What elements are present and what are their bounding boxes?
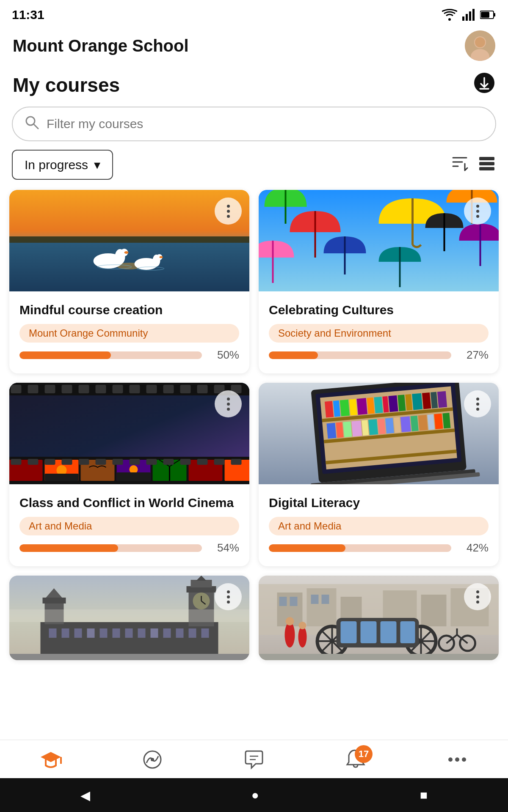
header: Mount Orange School (0, 26, 508, 68)
progress-row-4: 42% (269, 541, 489, 554)
android-back-button[interactable]: ◀ (80, 788, 90, 803)
course-menu-button-3[interactable] (215, 390, 242, 417)
svg-point-32 (160, 256, 163, 258)
android-nav-bar: ◀ ● ■ (0, 778, 508, 812)
course-body-4: Digital Literacy Art and Media 42% (259, 484, 499, 566)
course-card-3[interactable]: Class and Conflict in World Cinema Art a… (9, 383, 249, 566)
svg-rect-165 (322, 595, 329, 604)
sort-icon-button[interactable] (450, 154, 469, 176)
svg-rect-139 (176, 628, 184, 638)
svg-rect-103 (388, 395, 398, 412)
svg-rect-137 (151, 628, 158, 638)
course-menu-button-1[interactable] (215, 198, 242, 225)
svg-rect-99 (357, 398, 367, 415)
course-tag-3[interactable]: Art and Media (19, 517, 239, 535)
course-tag-1[interactable]: Mount Orange Community (19, 324, 239, 343)
download-icon (473, 72, 495, 94)
course-tag-2[interactable]: Society and Environment (269, 324, 489, 343)
svg-rect-81 (130, 459, 140, 465)
svg-rect-58 (197, 385, 208, 393)
course-image-swans (9, 190, 249, 291)
avatar[interactable] (465, 30, 495, 61)
android-recent-button[interactable]: ■ (420, 788, 428, 802)
svg-rect-113 (351, 420, 362, 436)
bottom-nav: 17 (0, 740, 508, 778)
page-title: My courses (13, 74, 120, 96)
android-home-button[interactable]: ● (251, 788, 259, 802)
svg-rect-98 (349, 399, 357, 415)
course-menu-button-4[interactable] (464, 390, 491, 417)
dashboard-icon (141, 749, 163, 771)
course-card-5[interactable] (9, 576, 249, 660)
dropdown-arrow-icon: ▾ (94, 157, 100, 172)
download-button[interactable] (473, 72, 495, 98)
svg-rect-2 (466, 14, 468, 21)
course-card-2[interactable]: Celebrating Cultures Society and Environ… (259, 190, 499, 373)
laptop-scene (259, 383, 499, 484)
course-body-2: Celebrating Cultures Society and Environ… (259, 291, 499, 373)
svg-rect-51 (79, 385, 89, 393)
search-icon (25, 115, 39, 133)
svg-rect-138 (163, 628, 171, 638)
svg-rect-82 (146, 459, 157, 465)
course-menu-button-6[interactable] (464, 583, 491, 610)
svg-rect-116 (378, 419, 386, 434)
filter-dropdown[interactable]: In progress ▾ (12, 150, 113, 180)
svg-rect-50 (62, 385, 72, 393)
svg-rect-119 (400, 416, 411, 432)
course-card-1[interactable]: Mindful course creation Mount Orange Com… (9, 190, 249, 373)
svg-rect-110 (326, 423, 336, 439)
progress-row-2: 27% (269, 348, 489, 362)
progress-bar-fill-2 (269, 351, 318, 359)
svg-rect-104 (398, 395, 406, 411)
messages-icon (243, 749, 265, 771)
svg-rect-56 (163, 385, 174, 393)
nav-messages[interactable] (243, 749, 265, 771)
svg-rect-150 (43, 598, 66, 604)
page-title-row: My courses (0, 68, 508, 107)
courses-grid: Mindful course creation Mount Orange Com… (0, 190, 508, 669)
svg-rect-18 (479, 157, 494, 160)
svg-rect-57 (180, 385, 191, 393)
nav-dashboard[interactable] (141, 749, 163, 771)
svg-rect-130 (62, 628, 69, 638)
svg-rect-85 (197, 459, 208, 465)
course-tag-4[interactable]: Art and Media (269, 517, 489, 535)
progress-row-1: 50% (19, 348, 239, 362)
course-menu-button-2[interactable] (464, 198, 491, 225)
search-box[interactable] (12, 107, 496, 141)
course-card-6[interactable] (259, 576, 499, 660)
course-title-4: Digital Literacy (269, 494, 489, 511)
svg-rect-124 (442, 413, 450, 428)
progress-pct-3: 54% (210, 541, 239, 554)
list-view-icon-button[interactable] (478, 154, 496, 176)
signal-icon (462, 9, 475, 21)
graduation-cap-icon (40, 749, 62, 771)
nav-more[interactable] (446, 749, 468, 771)
svg-rect-69 (117, 472, 151, 481)
course-image-parliament (9, 576, 249, 660)
svg-rect-65 (45, 474, 79, 481)
course-menu-button-5[interactable] (215, 583, 242, 610)
notification-badge: 17 (355, 745, 373, 763)
course-card-4[interactable]: Digital Literacy Art and Media 42% (259, 383, 499, 566)
svg-rect-75 (28, 459, 39, 465)
more-icon (446, 749, 468, 771)
progress-bar-fill-1 (19, 351, 111, 359)
nav-notifications[interactable]: 17 (345, 749, 367, 771)
carriage-scene (259, 576, 499, 660)
battery-icon (480, 10, 496, 19)
svg-rect-181 (381, 621, 397, 643)
svg-point-11 (475, 37, 485, 47)
svg-point-195 (151, 758, 154, 761)
svg-rect-112 (343, 421, 352, 437)
svg-rect-87 (231, 459, 242, 465)
svg-rect-134 (113, 628, 120, 638)
svg-rect-80 (113, 459, 123, 465)
svg-rect-77 (62, 459, 72, 465)
svg-rect-101 (374, 397, 383, 413)
svg-rect-121 (418, 415, 428, 431)
nav-home[interactable] (40, 749, 62, 771)
search-input[interactable] (47, 117, 483, 131)
list-view-icon (478, 154, 496, 172)
